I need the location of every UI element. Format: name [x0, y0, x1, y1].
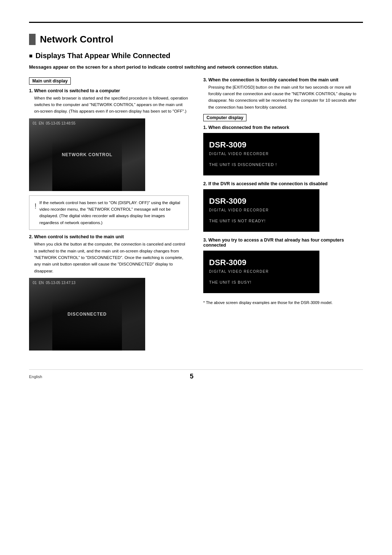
note-box: ! If the network control has been set to…	[29, 195, 189, 230]
intro-text: Messages appear on the screen for a shor…	[29, 64, 363, 71]
screenshot-silhouette-2	[52, 300, 122, 351]
dsr-status-1: THE UNIT IS DISCONNECTED !	[209, 162, 314, 167]
computer-display-badge: Computer display	[203, 114, 246, 121]
left-item-2: 2. When control is switched to the main …	[29, 234, 189, 274]
computer-item-1: 1. When disconnected from the network DS…	[203, 125, 363, 175]
computer-item-3-title: 3. When you try to access a DVR that alr…	[203, 238, 363, 248]
computer-item-3-heading: When you try to access a DVR that alread…	[203, 238, 344, 248]
computer-item-1-title: 1. When disconnected from the network	[203, 125, 363, 130]
dsr-status-2: THE UNIT IS NOT READY!	[209, 219, 314, 223]
page-language: English	[29, 374, 42, 379]
computer-item-1-number: 1.	[203, 125, 208, 130]
sub-section-title: Displays That Appear While Connected	[29, 52, 363, 60]
network-control-text: NETWORK CONTROL	[62, 152, 113, 157]
dsr-title-2: DSR-3009	[209, 197, 314, 206]
screenshot-top-bar-1: 01 EN 05-13-05 13:48:55	[29, 121, 145, 125]
left-item-2-heading: When control is switched to the main uni…	[34, 234, 124, 239]
two-column-layout: Main unit display 1. When control is swi…	[29, 77, 363, 355]
dsr-screen-2: DSR-3009 DIGITAL VIDEO RECORDER THE UNIT…	[203, 189, 319, 232]
footer-note: * The above screen display examples are …	[203, 300, 363, 306]
left-item-2-body: When you click the button at the compute…	[34, 241, 189, 274]
page: Network Control Displays That Appear Whi…	[0, 0, 392, 555]
dsr-subtitle-3: DIGITAL VIDEO RECORDER	[209, 270, 314, 274]
right-item-3-body: Pressing the [EXIT/OSD] button on the ma…	[208, 84, 363, 111]
screenshot-top-bar-2: 01 EN 05-13-05 13:47:13	[29, 281, 145, 285]
right-item-3-title: 3. When the connection is forcibly cance…	[203, 77, 363, 82]
computer-item-2: 2. If the DVR is accessed while the conn…	[203, 181, 363, 232]
bottom-bar: English 5	[29, 369, 363, 380]
section-title: Network Control	[40, 34, 113, 45]
right-item-3-main: 3. When the connection is forcibly cance…	[203, 77, 363, 111]
screenshot-top-info-2: 01 EN 05-13-05 13:47:13	[33, 281, 75, 285]
left-column: Main unit display 1. When control is swi…	[29, 77, 189, 355]
dsr-screen-3: DSR-3009 DIGITAL VIDEO RECORDER THE UNIT…	[203, 251, 319, 293]
note-text: If the network control has been set to "…	[40, 199, 183, 226]
section-header: Network Control	[29, 34, 363, 45]
dsr-subtitle-2: DIGITAL VIDEO RECORDER	[209, 208, 314, 212]
right-item-3-heading: When the connection is forcibly canceled…	[208, 77, 338, 82]
left-item-1-body: When the web browser is started and the …	[34, 95, 189, 115]
computer-item-2-title: 2. If the DVR is accessed while the conn…	[203, 181, 363, 186]
computer-item-2-heading: If the DVR is accessed while the connect…	[208, 181, 328, 186]
screenshot-top-info-1: 01 EN 05-13-05 13:48:55	[33, 121, 75, 125]
screenshot-disconnected: 01 EN 05-13-05 13:47:13 DISCONNECTED	[29, 278, 145, 351]
dsr-status-3: THE UNIT IS BUSY!	[209, 280, 314, 284]
right-item-3-number: 3.	[203, 77, 208, 82]
page-number: 5	[190, 373, 193, 380]
dsr-subtitle-1: DIGITAL VIDEO RECORDER	[209, 152, 314, 156]
section-accent	[29, 34, 36, 45]
left-item-2-title: 2. When control is switched to the main …	[29, 234, 189, 239]
computer-item-1-heading: When disconnected from the network	[208, 125, 289, 130]
left-item-1: 1. When control is switched to a compute…	[29, 88, 189, 115]
left-item-2-number: 2.	[29, 234, 34, 239]
computer-item-2-number: 2.	[203, 181, 208, 186]
dsr-title-1: DSR-3009	[209, 140, 314, 150]
main-unit-display-badge: Main unit display	[29, 77, 71, 85]
right-column: 3. When the connection is forcibly cance…	[203, 77, 363, 306]
note-icon: !	[34, 200, 37, 212]
left-item-1-heading: When control is switched to a computer	[34, 88, 120, 93]
disconnected-text: DISCONNECTED	[68, 312, 107, 317]
left-item-1-title: 1. When control is switched to a compute…	[29, 88, 189, 93]
screenshot-silhouette-1	[52, 140, 122, 191]
top-divider	[29, 22, 363, 23]
computer-item-3-number: 3.	[203, 238, 208, 243]
dsr-screen-1: DSR-3009 DIGITAL VIDEO RECORDER THE UNIT…	[203, 133, 319, 175]
computer-item-3: 3. When you try to access a DVR that alr…	[203, 238, 363, 293]
screenshot-network-control: 01 EN 05-13-05 13:48:55 NETWORK CONTROL	[29, 118, 145, 191]
left-item-1-number: 1.	[29, 88, 34, 93]
dsr-title-3: DSR-3009	[209, 258, 314, 267]
